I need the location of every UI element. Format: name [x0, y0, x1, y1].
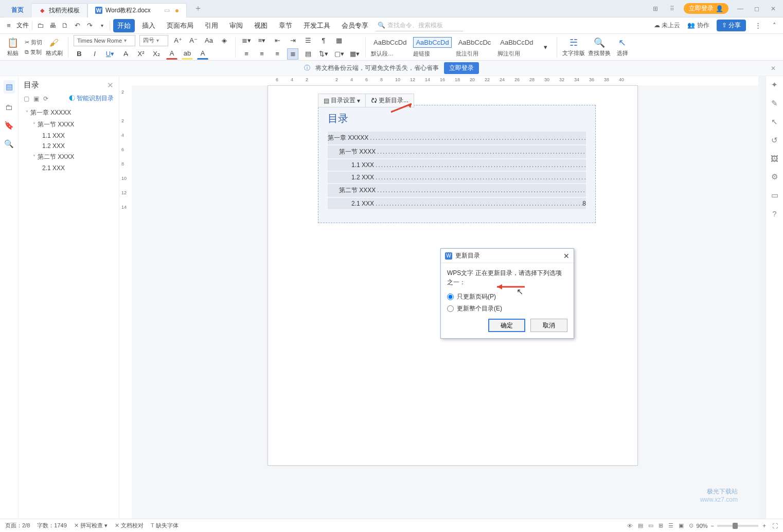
indent-inc-button[interactable]: ⇥	[287, 35, 298, 46]
app-menu-icon[interactable]: ⠿	[667, 5, 677, 12]
spellcheck-toggle[interactable]: ✕ 拼写检查 ▾	[74, 522, 108, 529]
nav-expand-icon[interactable]: ▢	[24, 95, 29, 102]
dropdown-icon[interactable]: ▾	[97, 23, 106, 28]
menu-review[interactable]: 审阅	[225, 19, 247, 32]
distribute-button[interactable]: ▤	[302, 48, 314, 60]
close-window-button[interactable]: ✕	[769, 5, 778, 12]
smart-toc-button[interactable]: ◐ 智能识别目录	[69, 94, 114, 103]
rail-cursor-icon[interactable]: ↖	[771, 117, 778, 126]
redo-icon[interactable]: ↷	[85, 22, 94, 29]
opt-update-all[interactable]: 更新整个目录(E)	[447, 303, 567, 315]
zoom-slider[interactable]	[717, 525, 758, 527]
nav-item[interactable]: ˅第一节 XXXX	[24, 119, 114, 131]
toc-update-button[interactable]: 🗘更新目录...	[366, 94, 414, 107]
nav-refresh-icon[interactable]: ⟳	[43, 95, 48, 102]
align-justify-button[interactable]: ≣	[287, 48, 298, 60]
sort-button[interactable]: ☰	[302, 35, 314, 46]
toc-line[interactable]: 2.1 XXX.................................…	[328, 198, 586, 209]
change-case-button[interactable]: Aa	[203, 35, 215, 46]
rail-history-icon[interactable]: ↺	[771, 136, 778, 145]
view-page-icon[interactable]: ▤	[638, 522, 643, 529]
minimize-button[interactable]: —	[736, 5, 745, 12]
radio-all[interactable]	[447, 305, 454, 312]
font-color2-button[interactable]: A	[197, 48, 208, 60]
copy-button[interactable]: ⧉ 复制	[25, 48, 42, 56]
borders-button[interactable]: ▦▾	[349, 48, 360, 60]
collab[interactable]: 👥 协作	[687, 21, 709, 30]
menu-member[interactable]: 会员专享	[337, 19, 372, 32]
menu-reference[interactable]: 引用	[201, 19, 222, 32]
nav-pane-icon[interactable]: ▤	[4, 80, 15, 94]
missing-font[interactable]: T 缺失字体	[151, 522, 179, 529]
view-web-icon[interactable]: ⊞	[659, 522, 663, 529]
tab-menu-icon[interactable]: ▭	[164, 7, 170, 14]
menu-section[interactable]: 章节	[275, 19, 296, 32]
border-button[interactable]: ▦	[333, 35, 345, 46]
clear-format-button[interactable]: ◈	[219, 35, 230, 46]
maximize-button[interactable]: ◻	[752, 5, 761, 12]
search-rail-icon[interactable]: 🔍	[4, 139, 14, 149]
search-command[interactable]: 🔍 查找命令、搜索模板	[376, 20, 463, 31]
bullets-button[interactable]: ≣▾	[241, 35, 252, 46]
toc-block[interactable]: 目录 第一章 XXXXX............................…	[318, 105, 596, 223]
view-read-icon[interactable]: ▭	[648, 522, 653, 529]
tab-document[interactable]: W Word教程2.docx ▭ ●	[87, 3, 187, 17]
scrollbar[interactable]	[758, 76, 766, 519]
para-marks-button[interactable]: ¶	[318, 35, 329, 46]
proof-toggle[interactable]: ✕ 文档校对	[115, 522, 144, 529]
indent-dec-button[interactable]: ⇤	[272, 35, 283, 46]
radio-pages[interactable]	[447, 293, 454, 300]
nav-item[interactable]: 2.1 XXX	[24, 163, 114, 173]
menu-layout[interactable]: 页面布局	[163, 19, 198, 32]
format-painter-button[interactable]: 🖌格式刷	[45, 35, 63, 59]
rail-gear-icon[interactable]: ⚙	[771, 172, 778, 181]
zoom-fit-icon[interactable]: ⊙	[689, 522, 693, 529]
toc-line[interactable]: 第二节 XXXX................................…	[328, 184, 586, 197]
nav-close-icon[interactable]: ✕	[107, 81, 114, 90]
font-family-select[interactable]: Times New Rome▾	[74, 35, 135, 46]
share-button[interactable]: ⇪ 分享	[717, 20, 746, 31]
nav-collapse-icon[interactable]: ▣	[33, 95, 39, 102]
menu-dev[interactable]: 开发工具	[299, 19, 334, 32]
menu-view[interactable]: 视图	[250, 19, 272, 32]
toc-line[interactable]: 第一节 XXXX................................…	[328, 145, 586, 158]
tab-home[interactable]: 首页	[4, 3, 31, 17]
nav-item[interactable]: 1.1 XXX	[24, 131, 114, 141]
rail-help-icon[interactable]: ?	[772, 209, 776, 218]
more-icon[interactable]: ⋮	[753, 22, 762, 29]
nav-item[interactable]: 1.2 XXX	[24, 141, 114, 151]
superscript-button[interactable]: X²	[135, 48, 147, 60]
chevron-down-icon[interactable]: ˅	[33, 122, 35, 127]
rail-image-icon[interactable]: 🖼	[771, 154, 778, 163]
not-cloud[interactable]: ☁ 未上云	[654, 21, 680, 30]
rail-pen-icon[interactable]: ✎	[771, 99, 778, 108]
chevron-down-icon[interactable]: ˅	[26, 110, 28, 116]
menu-icon[interactable]: ≡	[4, 22, 13, 29]
dialog-close-button[interactable]: ✕	[563, 252, 570, 260]
status-words[interactable]: 字数：1749	[37, 522, 66, 529]
align-left-button[interactable]: ≡	[241, 48, 252, 60]
banner-close-button[interactable]: ✕	[771, 65, 776, 72]
ok-button[interactable]: 确定	[488, 319, 525, 332]
style-footnote[interactable]: AaBbCcDd脚注引用	[497, 37, 536, 58]
login-pill[interactable]: 立即登录 👤	[684, 3, 728, 14]
opt-update-pages[interactable]: 只更新页码(P)	[447, 291, 567, 303]
font-color-button[interactable]: A	[166, 48, 177, 60]
cancel-button[interactable]: 取消	[530, 319, 567, 332]
zoom-out-button[interactable]: −	[711, 523, 714, 529]
undo-icon[interactable]: ↶	[73, 22, 82, 29]
italic-button[interactable]: I	[89, 48, 100, 60]
nav-item[interactable]: ˅第二节 XXXX	[24, 151, 114, 163]
numbering-button[interactable]: ≡▾	[256, 35, 268, 46]
fullscreen-icon[interactable]: ⛶	[772, 523, 778, 529]
toc-line[interactable]: 1.2 XXX.................................…	[328, 172, 586, 183]
file-menu[interactable]: 文件	[16, 21, 29, 30]
grow-font-button[interactable]: A⁺	[172, 35, 184, 46]
save-icon[interactable]: 🗀	[35, 22, 45, 29]
shrink-font-button[interactable]: A⁻	[188, 35, 199, 46]
toc-line[interactable]: 1.1 XXX.................................…	[328, 159, 586, 171]
paste-button[interactable]: 📋粘贴	[4, 35, 22, 59]
font-size-select[interactable]: 四号▾	[139, 35, 168, 46]
style-more-button[interactable]: ▾	[540, 42, 551, 53]
preview-icon[interactable]: 🗋	[60, 22, 69, 29]
